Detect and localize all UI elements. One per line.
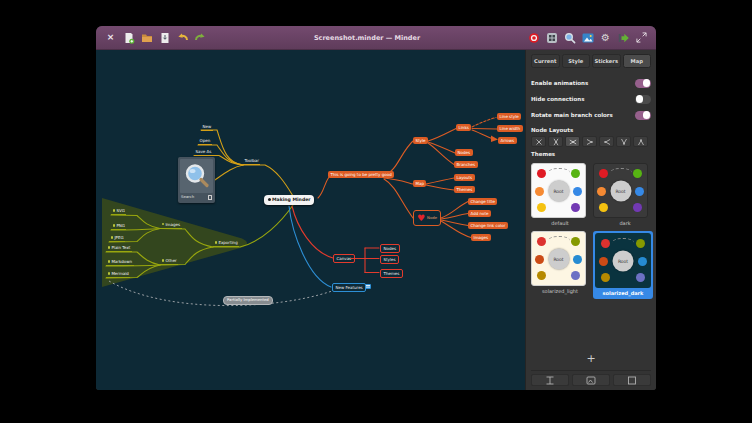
rotate-main-branch-colors-row: Rotate main branch colors [531,111,651,120]
map-node-line-style[interactable]: Line style [497,113,521,120]
map-node-add-note[interactable]: Add note [468,210,491,217]
zoom-icon [564,32,576,44]
stickers-icon [546,32,558,44]
map-node-exporting[interactable]: Exporting [213,240,239,247]
enable-animations-row: Enable animations [531,79,651,88]
map-node-pretty-good[interactable]: This is going to be pretty good [328,171,394,178]
map-node-canvas-themes[interactable]: Themes [380,269,403,278]
map-node-markdown[interactable]: Markdown [106,259,134,266]
map-node-save-as[interactable]: Save As [194,149,213,156]
layout-to-right-button[interactable] [599,136,614,147]
map-node-themes[interactable]: Themes [454,186,475,193]
map-node-mermaid[interactable]: Mermaid [106,271,130,278]
open-folder-button[interactable] [140,31,153,44]
layout-horizontal-button[interactable] [565,136,580,147]
map-node-branches[interactable]: Branches [454,161,478,168]
layout-upwards-button[interactable] [616,136,631,147]
map-node-map[interactable]: Map [413,180,426,187]
settings-button[interactable]: ⚙ [599,31,612,44]
tab-map[interactable]: Map [623,54,652,68]
map-node-new[interactable]: New [201,124,213,131]
image-icon [582,32,594,44]
arrowhead [491,136,498,143]
map-node-jpeg[interactable]: JPEG [109,235,125,242]
theme-name-dark: dark [593,218,656,229]
map-node-plain-text[interactable]: Plain Text [106,245,132,252]
map-node-style[interactable]: Style [413,137,428,144]
map-node-canvas-nodes[interactable]: Nodes [380,244,400,253]
map-node-canvas[interactable]: Canvas [333,254,355,263]
sidebar-footer [531,370,651,386]
map-node-layouts[interactable]: Layouts [454,174,475,181]
add-theme-button[interactable]: + [531,350,651,370]
map-node-arrows[interactable]: Arrows [498,137,517,144]
tab-current[interactable]: Current [531,54,560,68]
fullscreen-button[interactable] [635,31,648,44]
branch-connectors [96,50,525,390]
layout-manual-button[interactable] [531,136,546,147]
task-dot-icon [268,198,271,201]
image-export-button[interactable] [581,31,594,44]
theme-name-solarized-dark: solarized_dark [595,288,651,299]
image-frame-button[interactable] [572,374,610,386]
import-document-button[interactable] [158,31,171,44]
focus-mode-button[interactable] [527,31,540,44]
map-node-line-width[interactable]: Line width [497,125,523,132]
stickers-button[interactable] [545,31,558,44]
map-node-nodes[interactable]: Nodes [455,149,473,156]
undo-button[interactable] [176,31,189,44]
hide-connections-switch[interactable] [635,95,651,104]
layout-downwards-button[interactable] [633,136,648,147]
zoom-button[interactable] [563,31,576,44]
note-icon [208,195,212,200]
layout-to-left-button[interactable] [582,136,597,147]
layout-vertical-button[interactable] [548,136,563,147]
map-node-links[interactable]: Links [456,124,471,131]
enable-animations-switch[interactable] [635,79,651,88]
map-node-search[interactable]: Search [178,157,215,203]
import-document-icon [159,32,171,44]
titlebar: × Screenshot.minder — Minder [96,26,656,50]
image-frame-icon [586,376,596,385]
rotate-main-branch-colors-switch[interactable] [635,111,651,120]
redo-icon [194,32,207,44]
tab-stickers[interactable]: Stickers [592,54,621,68]
text-resize-icon [545,376,555,385]
new-document-icon [123,32,135,44]
themes-grid: Root default [531,163,651,299]
theme-name-solarized-light: solarized_light [531,286,589,297]
redo-button[interactable] [194,31,207,44]
mindmap-canvas[interactable]: Making Minder Toolbar New Open Save As S… [96,50,525,390]
close-button[interactable]: × [104,31,117,44]
map-node-images2[interactable]: Images [471,234,491,241]
new-document-button[interactable] [122,31,135,44]
map-node-toolbar[interactable]: Toolbar [243,158,260,165]
theme-default[interactable]: Root default [531,163,589,229]
connection-title[interactable]: Partially Implemented [223,296,273,306]
map-node-root[interactable]: Making Minder [264,195,314,205]
theme-solarized-dark[interactable]: Root solarized_dark [593,231,653,299]
theme-dark[interactable]: Root dark [593,163,656,229]
desktop-background: × Screenshot.minder — Minder [0,0,752,423]
map-node-node[interactable]: ♥ Node [413,210,441,226]
map-node-canvas-styles[interactable]: Styles [380,255,399,264]
map-node-svg[interactable]: SVG [111,208,126,215]
map-sidebar: Current Style Stickers Map Enable animat… [525,50,656,390]
node-layouts-label: Node Layouts [531,127,651,133]
map-node-images[interactable]: Images [160,222,182,229]
tab-style[interactable]: Style [562,54,591,68]
map-node-new-features[interactable]: New Features [332,283,366,292]
export-button[interactable] [617,31,630,44]
frame-button[interactable] [613,374,651,386]
magnifier-image [180,159,213,193]
map-node-open[interactable]: Open [198,138,212,145]
map-node-change-link-color[interactable]: Change link color [468,222,508,229]
sample-connection [610,168,632,177]
map-node-other[interactable]: Other [160,258,178,265]
map-node-png[interactable]: PNG [111,223,126,230]
gear-icon: ⚙ [601,33,610,43]
text-resize-button[interactable] [531,374,569,386]
theme-name-default: default [531,218,589,229]
map-node-change-title[interactable]: Change title [468,198,497,205]
theme-solarized-light[interactable]: Root solarized_light [531,231,589,299]
